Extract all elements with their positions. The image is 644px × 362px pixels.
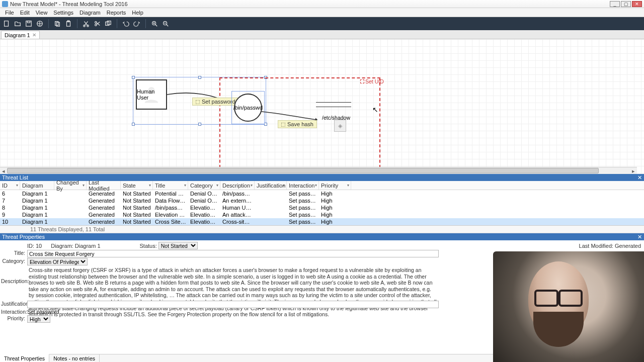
diagram-canvas-viewport: Set UID Human User Set password /bin/pas…	[0, 39, 644, 174]
menu-bar: File Edit View Settings Diagram Reports …	[0, 8, 644, 17]
col-description[interactable]: Description▾	[220, 181, 255, 190]
threat-properties-title: Threat Properties ✕	[0, 233, 644, 240]
category-select[interactable]: Elevation Of Privilege	[27, 258, 88, 265]
webcam-overlay	[493, 251, 644, 362]
tab-notes[interactable]: Notes - no entries	[49, 354, 100, 362]
svg-point-10	[95, 22, 97, 24]
menu-help[interactable]: Help	[129, 9, 146, 17]
menu-file[interactable]: File	[2, 9, 17, 17]
panel-close-icon[interactable]: ✕	[637, 174, 642, 181]
toolbar	[0, 17, 644, 30]
open-icon[interactable]	[13, 19, 22, 28]
entity-label: Human User	[137, 88, 166, 101]
trust-boundary-label: Set UID	[365, 78, 384, 84]
paste-icon[interactable]	[64, 19, 73, 28]
svg-point-11	[95, 24, 97, 26]
process-label: /bin/passwd	[233, 105, 263, 111]
table-row[interactable]: 8Diagram 1GeneratedNot Started/bin/passw…	[0, 204, 644, 211]
process-bin-passwd[interactable]: /bin/passwd	[234, 94, 262, 122]
description-text[interactable]: Cross-site request forgery (CSRF or XSRF…	[27, 266, 439, 300]
datastore-etc-shadow[interactable]	[316, 102, 351, 107]
cut-icon[interactable]	[82, 19, 91, 28]
duplicate-icon[interactable]	[104, 19, 113, 28]
scroll-right-icon[interactable]: ▸	[630, 167, 637, 174]
trust-boundary-handle[interactable]	[360, 79, 364, 83]
copy-icon[interactable]	[53, 19, 62, 28]
menu-settings[interactable]: Settings	[50, 9, 76, 17]
col-lastmodified[interactable]: Last Modified	[87, 181, 121, 190]
svg-rect-1	[26, 21, 32, 27]
database-icon: ◈	[334, 120, 346, 132]
col-category[interactable]: Category▾	[188, 181, 220, 190]
status-select[interactable]: Not Started	[158, 242, 198, 249]
table-row[interactable]: 10Diagram 1GeneratedNot StartedCross Sit…	[0, 218, 644, 225]
prop-lastmodified: Generated	[615, 243, 641, 249]
window-minimize-button[interactable]: _	[610, 1, 620, 7]
window-title: New Threat Model* - Threat Modeling Tool…	[10, 1, 128, 7]
title-input[interactable]	[27, 250, 439, 257]
col-diagram[interactable]: Diagram	[20, 181, 54, 190]
justification-input[interactable]	[27, 301, 439, 308]
table-row[interactable]: 9Diagram 1GeneratedNot StartedElevation …	[0, 211, 644, 218]
prop-id: 10	[36, 243, 42, 249]
new-icon[interactable]	[2, 19, 11, 28]
threat-list-status: 11 Threats Displayed, 11 Total	[0, 226, 644, 233]
svg-rect-0	[5, 21, 9, 27]
threat-list-grid: ID▾ Diagram Changed By▾ Last Modified St…	[0, 181, 644, 226]
panel-close-icon[interactable]: ✕	[637, 234, 642, 240]
priority-select[interactable]: High	[27, 315, 50, 323]
scroll-left-icon[interactable]: ◂	[0, 167, 7, 174]
menu-edit[interactable]: Edit	[17, 9, 33, 17]
undo-icon[interactable]	[121, 19, 130, 28]
col-state[interactable]: State▾	[121, 181, 153, 190]
entity-human-user[interactable]: Human User	[136, 79, 167, 110]
globe-icon[interactable]	[35, 19, 44, 28]
window-close-button[interactable]: ✕	[632, 1, 642, 7]
svg-rect-2	[27, 21, 30, 23]
col-changedby[interactable]: Changed By▾	[54, 181, 87, 190]
flow-label-save-hash[interactable]: Save hash	[278, 120, 317, 128]
tab-threat-properties[interactable]: Threat Properties	[0, 354, 49, 362]
diagram-tab[interactable]: Diagram 1 ✕	[1, 31, 40, 39]
save-icon[interactable]	[24, 19, 33, 28]
window-maximize-button[interactable]: ▢	[621, 1, 631, 7]
col-id[interactable]: ID▾	[0, 181, 20, 190]
zoom-out-icon[interactable]	[161, 19, 170, 28]
diagram-tabstrip: Diagram 1 ✕	[0, 30, 644, 39]
window-titlebar: New Threat Model* - Threat Modeling Tool…	[0, 0, 644, 8]
diagram-canvas[interactable]: Set UID Human User Set password /bin/pas…	[0, 39, 644, 174]
redo-icon[interactable]	[132, 19, 141, 28]
col-justification[interactable]: Justification▾	[255, 181, 287, 190]
prop-diagram: Diagram 1	[75, 243, 101, 249]
menu-diagram[interactable]: Diagram	[76, 9, 104, 17]
app-icon	[2, 1, 8, 7]
horizontal-scrollbar[interactable]: ◂ ▸	[0, 167, 637, 174]
col-priority[interactable]: Priority▾	[319, 181, 351, 190]
close-icon[interactable]: ✕	[32, 32, 36, 38]
menu-view[interactable]: View	[33, 9, 51, 17]
scissors-icon[interactable]	[93, 19, 102, 28]
zoom-in-icon[interactable]	[150, 19, 159, 28]
grid-header: ID▾ Diagram Changed By▾ Last Modified St…	[0, 181, 644, 190]
table-row[interactable]: 7Diagram 1GeneratedNot StartedData Flow …	[0, 197, 644, 204]
col-interaction[interactable]: Interaction▾	[287, 181, 319, 190]
diagram-tab-label: Diagram 1	[5, 32, 30, 38]
scrollbar-thumb[interactable]	[7, 168, 599, 173]
chevron-down-icon: ▾	[16, 183, 18, 188]
col-title[interactable]: Title▾	[153, 181, 188, 190]
menu-reports[interactable]: Reports	[104, 9, 129, 17]
